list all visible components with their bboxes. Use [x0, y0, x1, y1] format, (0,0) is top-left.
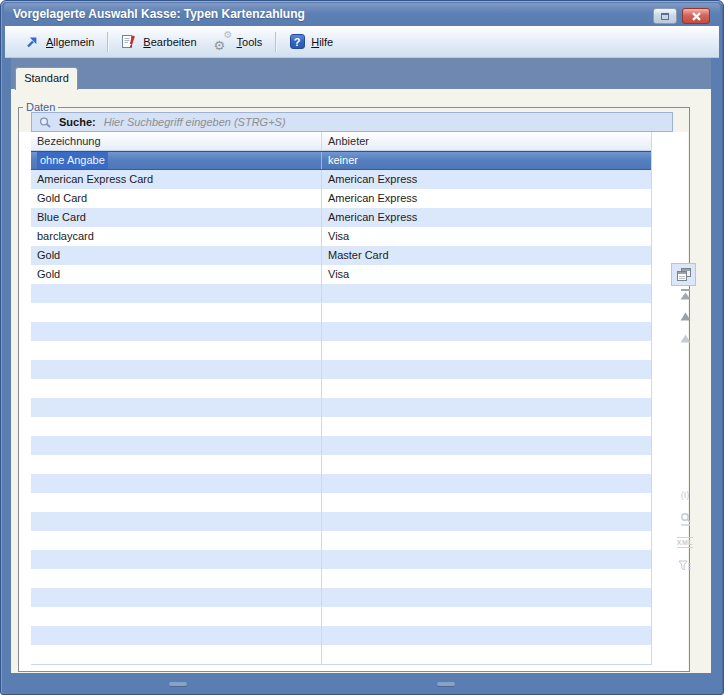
cell-bezeichnung [31, 417, 322, 436]
table-row-empty[interactable] [31, 455, 651, 474]
table-row-empty[interactable] [31, 512, 651, 531]
toolbar-button-allgemein[interactable]: Allgemein [15, 30, 103, 54]
cell-bezeichnung: Blue Card [31, 208, 322, 227]
table-row-empty[interactable] [31, 398, 651, 417]
scroll-first-button[interactable] [671, 289, 699, 300]
cell-anbieter: American Express [322, 170, 651, 189]
close-icon [691, 12, 702, 21]
toolbar-button-tools[interactable]: ⚙⚙ Tools [206, 30, 272, 54]
gears-icon: ⚙⚙ [215, 34, 231, 50]
table-row[interactable]: Gold Master Card [31, 246, 651, 265]
close-button[interactable] [682, 8, 710, 24]
tab-label: Standard [24, 72, 69, 84]
cell-bezeichnung [31, 398, 322, 417]
table-row-empty[interactable] [31, 417, 651, 436]
cell-anbieter: Visa [322, 265, 651, 284]
table-row-empty[interactable] [31, 436, 651, 455]
data-table: Bezeichnung Anbieter ohne Angabe keiner … [31, 132, 652, 665]
window-controls [653, 8, 710, 24]
cell-anbieter [322, 512, 651, 531]
cell-bezeichnung: barclaycard [31, 227, 322, 246]
tab-standard[interactable]: Standard [15, 67, 78, 90]
cell-bezeichnung: Gold [31, 246, 322, 265]
scroll-up-alt-button[interactable] [671, 334, 699, 343]
cell-anbieter [322, 360, 651, 379]
cell-bezeichnung [31, 550, 322, 569]
toolbar-button-bearbeiten[interactable]: Bearbeiten [112, 30, 205, 54]
table-row-empty[interactable] [31, 341, 651, 360]
table-row-empty[interactable] [31, 569, 651, 588]
titlebar[interactable]: Vorgelagerte Auswahl Kasse: Typen Karten… [4, 3, 720, 26]
frame-grip [437, 682, 455, 686]
column-header-anbieter[interactable]: Anbieter [322, 132, 651, 150]
copy-button[interactable] [671, 263, 696, 286]
cell-anbieter [322, 474, 651, 493]
cell-anbieter: American Express [322, 208, 651, 227]
cell-anbieter [322, 303, 651, 322]
search-in-list-button[interactable] [671, 512, 699, 527]
cell-anbieter [322, 531, 651, 550]
field-content-button[interactable]: (I) [671, 491, 699, 500]
table-row-empty[interactable] [31, 322, 651, 341]
toolbar-button-hilfe[interactable]: ? Hilfe [280, 30, 342, 54]
filter-button[interactable] [671, 560, 699, 572]
table-row-empty[interactable] [31, 379, 651, 398]
cell-bezeichnung [31, 436, 322, 455]
restore-icon [661, 13, 669, 20]
main-toolbar: Allgemein Bearbeiten ⚙⚙ Tools ? Hilfe [5, 26, 719, 58]
search-icon [38, 116, 52, 129]
cell-anbieter [322, 455, 651, 474]
table-row-empty[interactable] [31, 626, 651, 645]
cell-anbieter: Master Card [322, 246, 651, 265]
restore-button[interactable] [653, 8, 677, 24]
search-label: Suche: [59, 116, 96, 128]
xml-export-button[interactable]: XML [671, 537, 699, 548]
table-row-empty[interactable] [31, 588, 651, 607]
search-input[interactable]: Suche: Hier Suchbegriff eingeben (STRG+S… [31, 112, 673, 132]
cell-bezeichnung [31, 322, 322, 341]
cell-bezeichnung [31, 626, 322, 645]
toolbar-separator [107, 32, 108, 52]
cell-bezeichnung: Gold [31, 265, 322, 284]
cell-bezeichnung [31, 303, 322, 322]
application-window: Vorgelagerte Auswahl Kasse: Typen Karten… [0, 0, 724, 695]
cell-anbieter [322, 284, 651, 303]
table-row-empty[interactable] [31, 284, 651, 303]
copy-icon [677, 268, 691, 281]
table-row-empty[interactable] [31, 531, 651, 550]
table-body: ohne Angabe keiner American Express Card… [31, 151, 651, 665]
table-row-empty[interactable] [31, 474, 651, 493]
table-row[interactable]: Blue Card American Express [31, 208, 651, 227]
window-title: Vorgelagerte Auswahl Kasse: Typen Karten… [13, 7, 305, 21]
table-row[interactable]: barclaycard Visa [31, 227, 651, 246]
cell-bezeichnung [31, 341, 322, 360]
edit-document-icon [121, 34, 137, 50]
arrow-up-right-icon [24, 34, 40, 50]
table-row[interactable]: Gold Card American Express [31, 189, 651, 208]
cell-anbieter [322, 398, 651, 417]
scroll-first-icon [680, 289, 691, 300]
table-row-empty[interactable] [31, 493, 651, 512]
cell-anbieter [322, 607, 651, 626]
table-row-empty[interactable] [31, 607, 651, 626]
table-row-empty[interactable] [31, 550, 651, 569]
table-header-row: Bezeichnung Anbieter [31, 132, 651, 151]
table-row[interactable]: ohne Angabe keiner [31, 151, 651, 170]
scroll-up-icon [680, 312, 691, 321]
frame-grip [169, 682, 187, 686]
search-placeholder: Hier Suchbegriff eingeben (STRG+S) [104, 116, 286, 128]
paren-icon: (I) [681, 491, 690, 500]
cell-anbieter [322, 626, 651, 645]
cell-bezeichnung: American Express Card [31, 170, 322, 189]
column-header-bezeichnung[interactable]: Bezeichnung [31, 132, 322, 150]
table-row-empty[interactable] [31, 360, 651, 379]
cell-bezeichnung [31, 474, 322, 493]
scroll-up-button[interactable] [671, 312, 699, 321]
table-row-empty[interactable] [31, 645, 651, 664]
table-row[interactable]: American Express Card American Express [31, 170, 651, 189]
cell-bezeichnung [31, 284, 322, 303]
table-row[interactable]: Gold Visa [31, 265, 651, 284]
table-row-empty[interactable] [31, 303, 651, 322]
scroll-up-alt-icon [680, 334, 691, 343]
table-side-toolbar: (I) XML [671, 263, 699, 695]
